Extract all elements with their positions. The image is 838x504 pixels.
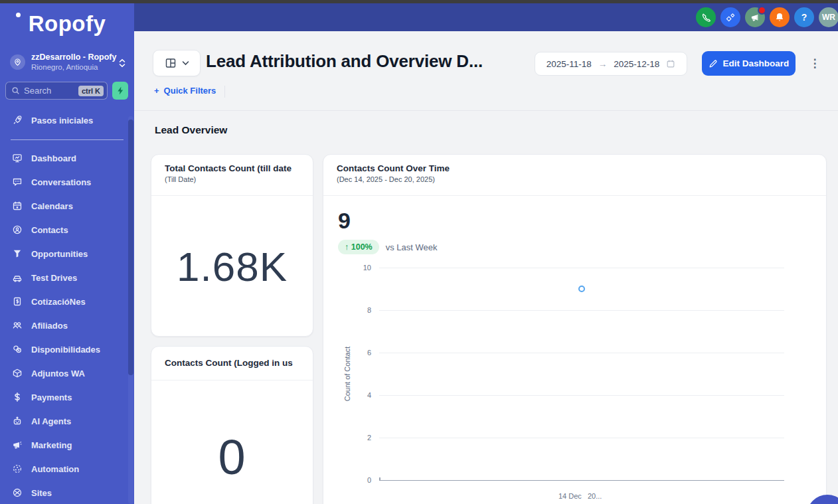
y-axis-label: Count of Contact [343,347,351,402]
sidebar-item-label: Automation [31,464,79,474]
sidebar-item-dashboard[interactable]: Dashboard [0,147,134,169]
plus-icon: + [154,86,159,96]
card-body: 1.68K [151,196,313,337]
y-tick-label: 6 [367,349,371,357]
more-options-button[interactable]: ⋮ [808,52,821,74]
card-contacts-over-time: Contacts Count Over Time (Dec 14, 2025 -… [323,154,827,504]
academy-button[interactable] [720,7,740,27]
sidebar-item-payments[interactable]: Payments [0,386,134,408]
calendar-icon [11,201,23,211]
window-top-strip [0,0,838,3]
card-logged-in-users: Contacts Count (Logged in us 0 [151,346,313,504]
bell-icon [774,12,785,23]
announcements-button[interactable] [745,7,765,27]
sparkle-diamonds-icon [726,13,736,23]
sidebar-item-label: Opportunities [31,249,88,259]
location-pin-icon [10,54,25,70]
sidebar-item-contacts[interactable]: Contacts [0,218,134,241]
sidebar-item-afiliados[interactable]: Afiliados [0,314,134,337]
y-tick-label: 0 [367,476,371,484]
globe-pen-icon [11,487,23,498]
funnel-icon [11,248,23,259]
edit-dashboard-label: Edit Dashboard [723,58,790,68]
header-divider [134,110,838,111]
account-switcher[interactable]: zzDesarrollo - Ropofy Rionegro, Antioqui… [0,43,134,75]
account-name: zzDesarrollo - Ropofy [31,52,117,62]
sidebar-item-automation[interactable]: Automation [0,458,134,480]
sidebar: Ropofy zzDesarrollo - Ropofy Rionegro, A… [0,3,134,504]
search-input[interactable]: Search ctrl K [5,82,108,100]
search-row: Search ctrl K [0,75,134,100]
quick-filters-button[interactable]: + Quick Filters [154,86,216,96]
total-contacts-value: 1.68K [177,243,288,290]
card-subtitle: (Dec 14, 2025 - Dec 20, 2025) [337,175,813,183]
sidebar-item-calendars[interactable]: Calendars [0,195,134,217]
date-range-picker[interactable]: 2025-11-18 → 2025-12-18 [535,52,687,76]
data-point[interactable] [578,286,585,292]
people-icon [11,320,23,331]
avatar-initials: WR [822,13,835,22]
sidebar-item-label: CotizacióNes [31,297,86,307]
megaphone-icon [750,13,760,23]
x-axis-line: 0 [379,480,784,481]
y-tick-label: 8 [367,306,371,314]
help-button[interactable]: ? [794,7,814,27]
account-texts: zzDesarrollo - Ropofy Rionegro, Antioqui… [31,52,117,71]
brand-logo[interactable]: Ropofy [0,3,134,43]
trend-up-icon: ↑ [345,242,349,252]
chevron-down-icon [182,60,189,66]
card-total-contacts: Total Contacts Count (till date (Till Da… [151,154,313,337]
user-avatar[interactable]: WR [819,7,838,27]
sidebar-item-adjuntos-wa[interactable]: Adjuntos WA [0,362,134,384]
sidebar-item-sites[interactable]: Sites [0,481,134,504]
trend-badge: ↑ 100% [338,240,379,254]
phone-button[interactable] [696,7,716,27]
dashboard-selector-button[interactable] [153,50,201,76]
car-icon [11,272,23,283]
chevron-up-down-icon [118,58,126,68]
date-end: 2025-12-18 [614,59,659,69]
page-title: Lead Attribution and Overview D... [206,51,483,72]
date-start: 2025-11-18 [546,59,592,69]
card-subtitle: (Till Date) [165,175,299,183]
sidebar-scrollbar-thumb[interactable] [128,120,133,375]
topbar-icon-group: ? WR [696,7,838,27]
x-tick-label: 14 Dec [558,492,582,500]
sidebar-item-conversations[interactable]: Conversations [0,171,134,193]
robot-icon [11,416,23,426]
sidebar-item-opportunities[interactable]: Opportunities [0,242,134,265]
sidebar-item-test-drives[interactable]: Test Drives [0,266,134,289]
sidebar-item-cotizaciones[interactable]: CotizacióNes [0,290,134,313]
sidebar-item-pasos-iniciales[interactable]: Pasos iniciales [0,109,134,131]
edit-dashboard-button[interactable]: Edit Dashboard [702,51,796,76]
sidebar-item-label: Pasos iniciales [31,116,93,126]
sidebar-item-label: Contacts [31,225,68,235]
x-tick-label: 20... [588,492,602,500]
search-placeholder: Search [24,86,78,96]
logged-in-users-value: 0 [218,429,246,485]
sidebar-item-label: Payments [31,392,72,402]
megaphone-icon [11,440,23,450]
sidebar-item-label: Calendars [31,201,73,211]
contact-icon [11,224,23,235]
y-tick-label: 4 [367,391,371,399]
sidebar-item-label: AI Agents [31,416,71,426]
card-header: Total Contacts Count (till date (Till Da… [151,155,313,196]
sidebar-item-marketing[interactable]: Marketing [0,434,134,456]
arrow-right-icon: → [598,59,608,69]
contacts-over-time-chart: Count of Contact 10 8 6 4 2 0 14 Dec 20.… [379,268,784,480]
lightning-bolt-icon [117,86,124,95]
sidebar-item-label: Marketing [31,440,72,450]
y-tick-label: 2 [367,434,371,442]
search-shortcut-badge: ctrl K [78,86,104,96]
sidebar-item-label: Afiliados [31,321,68,331]
trend-caption: vs Last Week [386,242,438,252]
sidebar-item-disponibilidades[interactable]: Disponibilidades [0,338,134,361]
sidebar-item-ai-agents[interactable]: AI Agents [0,410,134,432]
trend-value: 100% [351,242,373,252]
quick-actions-button[interactable] [112,82,128,100]
rocket-icon [11,115,23,126]
sidebar-item-label: Test Drives [31,273,77,283]
sidebar-divider [11,139,124,140]
notifications-button[interactable] [770,7,790,27]
